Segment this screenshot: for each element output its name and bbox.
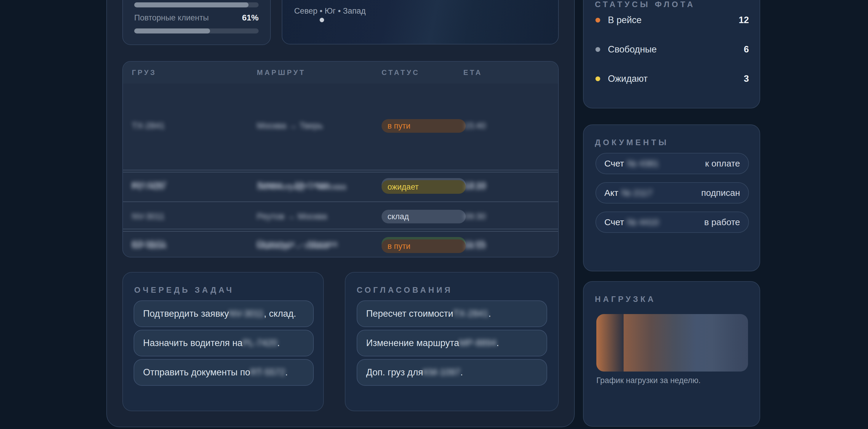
fleet-status-count: 3 xyxy=(744,73,749,84)
route: Москва → Тверь xyxy=(257,112,323,140)
fleet-status-label: Свободные xyxy=(608,44,657,55)
task-item[interactable]: Назначить водителя на PL-7420. xyxy=(134,330,314,357)
task-text: Назначить водителя на xyxy=(143,338,243,348)
task-text-suffix: . xyxy=(285,367,288,378)
document-type: Счет xyxy=(604,158,624,168)
document-name: Счет№ 4381 xyxy=(604,158,659,168)
fleet-status-count: 12 xyxy=(739,15,749,26)
cargo-id: MP-8894 xyxy=(132,232,167,257)
eta: 16:10 xyxy=(464,232,486,257)
fleet-status-label: В рейсе xyxy=(608,15,642,26)
task-text-suffix: . xyxy=(277,338,280,348)
metrics-label-row: Повторные клиенты 61% xyxy=(134,13,259,23)
column-header-route: МАРШРУТ xyxy=(257,62,306,84)
document-number: № 2117 xyxy=(621,188,652,198)
load-title: НАГРУЗКА xyxy=(595,295,656,304)
table-header: ГРУЗ МАРШРУТ СТАТУС ETA xyxy=(123,62,558,84)
fleet-statuses-panel: СТАТУСЫ ФЛОТА В рейсе 12 Свободные 6 Ожи… xyxy=(583,0,760,109)
load-panel: НАГРУЗКА График нагрузки за неделю. xyxy=(583,281,760,427)
fleet-status-label: Ожидают xyxy=(608,73,648,84)
task-text-suffix: , склад. xyxy=(264,308,296,319)
approvals-panel: СОГЛАСОВАНИЯ Пересчет стоимости TX-2841.… xyxy=(345,272,559,411)
progress-track-top xyxy=(134,2,259,7)
route: Мытищи → Химки xyxy=(257,232,329,257)
document-status: к оплате xyxy=(705,158,740,168)
approval-ref: MP-8894 xyxy=(459,338,497,348)
route: Зеленоград → Москва xyxy=(257,173,346,201)
eta: 15:40 xyxy=(464,112,486,140)
task-queue-title: ОЧЕРЕДЬ ЗАДАЧ xyxy=(134,285,234,295)
column-header-cargo: ГРУЗ xyxy=(132,62,156,84)
approval-text: Изменение маршрута xyxy=(366,338,459,348)
column-header-eta: ETA xyxy=(463,62,482,84)
eta: 16:20 xyxy=(464,173,486,201)
approval-text: Доп. груз для xyxy=(366,367,423,378)
approval-text-suffix: . xyxy=(489,308,491,319)
regions-label: Север • Юг • Запад xyxy=(294,6,366,16)
document-status: в работе xyxy=(704,217,740,227)
status-dot-icon xyxy=(595,76,600,81)
status-badge: в пути xyxy=(381,119,466,133)
progress-fill-bottom xyxy=(134,28,210,33)
cargo-id: TX-2841 xyxy=(132,112,165,140)
task-text: Подтвердить заявку xyxy=(143,308,229,319)
document-name: Акт№ 2117 xyxy=(604,188,652,198)
approval-item[interactable]: Доп. груз для KM-1097. xyxy=(357,359,547,386)
eta: 09:30 xyxy=(464,202,486,231)
fleet-status-row: Свободные 6 xyxy=(595,44,749,55)
document-name: Счет№ 4410 xyxy=(604,217,659,227)
cargo-id: NV-3011 xyxy=(132,202,165,231)
fleet-status-row: Ожидают 3 xyxy=(595,73,749,84)
route: Реутов → Москва xyxy=(257,202,327,231)
logistics-dashboard: { "metrics_card": { "top_bar_width": "92… xyxy=(0,0,868,429)
documents-panel: ДОКУМЕНТЫ Счет№ 4381 к оплате Акт№ 2117 … xyxy=(583,124,760,271)
metrics-label: Повторные клиенты xyxy=(134,13,209,23)
regions-map-card: Север • Юг • Запад xyxy=(282,0,559,44)
column-header-status: СТАТУС xyxy=(381,62,420,84)
document-item[interactable]: Акт№ 2117 подписан xyxy=(595,182,749,204)
status-dot-icon xyxy=(595,18,600,23)
table-row[interactable]: NV-3011 Реутов → Москва склад 09:30 xyxy=(123,202,558,231)
task-queue-panel: ОЧЕРЕДЬ ЗАДАЧ Подтвердить заявку NV-3011… xyxy=(122,272,324,411)
approval-item[interactable]: Изменение маршрута MP-8894. xyxy=(357,330,547,357)
fleet-statuses-title: СТАТУСЫ ФЛОТА xyxy=(595,0,695,9)
document-type: Счет xyxy=(604,217,624,227)
task-ref: RT-5572 xyxy=(250,367,285,378)
documents-title: ДОКУМЕНТЫ xyxy=(595,138,669,147)
task-ref: PL-7420 xyxy=(243,338,277,348)
fleet-status-row: В рейсе 12 xyxy=(595,15,749,26)
document-item[interactable]: Счет№ 4410 в работе xyxy=(595,212,749,233)
approval-ref: KM-1097 xyxy=(423,367,460,378)
document-item[interactable]: Счет№ 4381 к оплате xyxy=(595,153,749,174)
task-text: Отправить документы по xyxy=(143,367,250,378)
weekly-load-chart xyxy=(596,314,748,371)
document-number: № 4410 xyxy=(627,217,658,227)
status-badge: в пути xyxy=(381,239,466,253)
approval-text-suffix: . xyxy=(460,367,463,378)
map-marker-dot xyxy=(320,18,324,22)
status-dot-icon xyxy=(595,47,600,52)
progress-fill-top xyxy=(134,2,249,7)
approval-ref: TX-2841 xyxy=(453,308,489,319)
status-badge: склад xyxy=(381,210,466,223)
task-ref: NV-3011 xyxy=(229,308,264,319)
document-number: № 4381 xyxy=(627,158,658,168)
task-item[interactable]: Подтвердить заявку NV-3011, склад. xyxy=(134,300,314,327)
table-row[interactable]: PL-7420 Зеленоград → Москва ожидает 16:2… xyxy=(123,172,558,202)
document-type: Акт xyxy=(604,188,618,198)
status-badge: ожидает xyxy=(381,180,466,194)
approval-item[interactable]: Пересчет стоимости TX-2841. xyxy=(357,300,547,327)
table-row[interactable]: TX-2841 Москва → Тверь в пути 15:40 xyxy=(123,112,558,141)
shipments-table: ГРУЗ МАРШРУТ СТАТУС ETA TX-2841 Москва →… xyxy=(122,61,559,257)
approval-text-suffix: . xyxy=(497,338,499,348)
load-caption: График нагрузки за неделю. xyxy=(596,376,701,385)
document-status: подписан xyxy=(701,188,740,198)
metrics-value: 61% xyxy=(242,13,259,23)
fleet-status-count: 6 xyxy=(744,44,749,55)
repeat-clients-card: Повторные клиенты 61% xyxy=(122,0,271,45)
table-row[interactable]: MP-8894 Мытищи → Химки в пути 16:10 xyxy=(123,231,558,257)
approvals-title: СОГЛАСОВАНИЯ xyxy=(357,285,453,295)
approval-text: Пересчет стоимости xyxy=(366,308,453,319)
cargo-id: PL-7420 xyxy=(132,173,164,201)
task-item[interactable]: Отправить документы по RT-5572. xyxy=(134,359,314,386)
